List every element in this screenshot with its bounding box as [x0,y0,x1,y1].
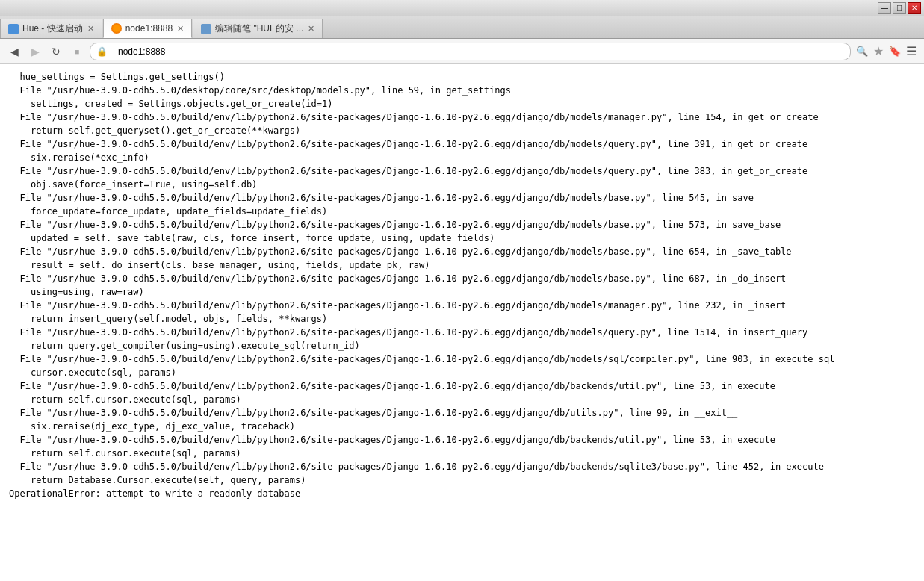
menu-icon[interactable]: ☰ [905,45,918,58]
edit-tab-icon [201,24,211,34]
back-button[interactable]: ◀ [6,43,22,60]
restore-button[interactable]: ⎕ [893,2,906,14]
bookmark-star-icon[interactable]: ★ [872,45,885,58]
node-tab-icon [111,23,122,34]
tab-edit-close[interactable]: ✕ [308,24,314,34]
forward-button[interactable]: ▶ [27,43,43,60]
minimize-button[interactable]: — [878,2,891,14]
hue-tab-icon [8,24,19,34]
tab-hue-label: Hue - 快速启动 [22,22,83,35]
content-area[interactable]: hue_settings = Settings.get_settings() F… [0,64,924,581]
tab-bar: Hue - 快速启动 ✕ node1:8888 ✕ 编辑随笔 "HUE的安 ..… [0,16,924,39]
close-button[interactable]: ✕ [908,2,921,14]
bookmark-icon[interactable]: 🔖 [888,45,902,58]
tab-node-label: node1:8888 [125,23,173,34]
tab-edit-label: 编辑随笔 "HUE的安 ... [215,22,303,35]
tab-hue-close[interactable]: ✕ [87,24,94,34]
traceback-content: hue_settings = Settings.get_settings() F… [9,70,915,500]
tab-node-close[interactable]: ✕ [177,24,184,34]
tab-node[interactable]: node1:8888 ✕ [103,19,192,38]
address-bar: ◀ ▶ ↻ ■ 🔒 🔍 ★ 🔖 ☰ [0,39,924,64]
refresh-button[interactable]: ↻ [48,43,64,60]
tab-hue[interactable]: Hue - 快速启动 ✕ [0,19,102,38]
address-right-icons: 🔍 ★ 🔖 ☰ [855,45,918,58]
window-controls[interactable]: — ⎕ ✕ [878,2,921,14]
tab-edit[interactable]: 编辑随笔 "HUE的安 ... ✕ [193,19,323,38]
title-bar: — ⎕ ✕ [0,0,924,16]
lock-icon: 🔒 [96,46,108,57]
zoom-icon[interactable]: 🔍 [855,45,869,58]
url-input[interactable] [111,43,844,60]
home-button: ■ [69,43,85,60]
